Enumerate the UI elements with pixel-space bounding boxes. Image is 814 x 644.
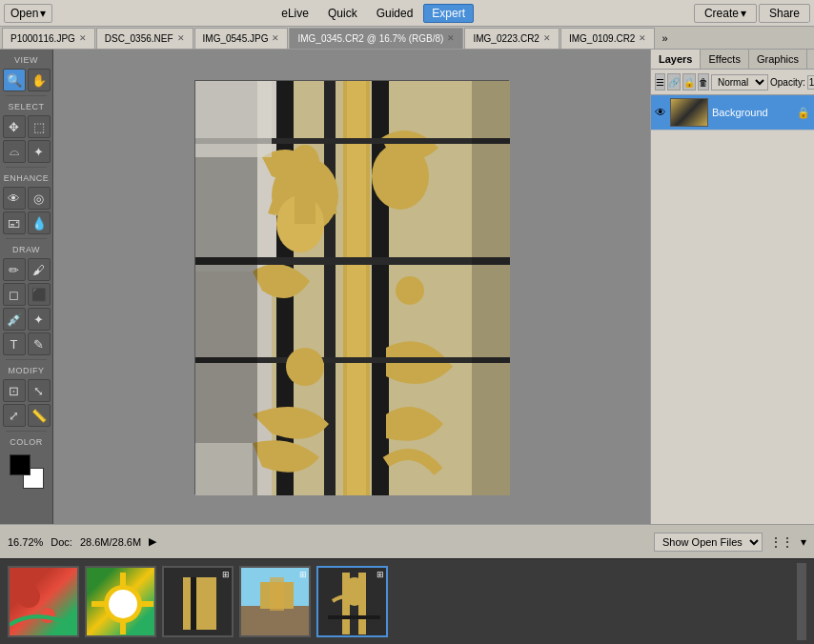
thumbnail-1[interactable] [8,566,79,637]
left-toolbar: VIEW 🔍 ✋ SELECT ✥ ⬚ ⌓ ✦ ENHANCE 👁 ◎ 🖃 💧 … [0,50,53,524]
thumbnail-2[interactable] [85,566,156,637]
impressionist-tool[interactable]: 🖌 [28,258,51,281]
photo-bin-scrollbar[interactable] [797,563,806,640]
draw-tools-4: T ✎ [2,332,51,355]
tab-img0345[interactable]: IMG_0345.CR2 @ 16.7% (RGB/8) ✕ [289,28,463,49]
expand-button[interactable]: ▾ [801,535,806,549]
tab-layers[interactable]: Layers [651,50,701,69]
tab-graphics[interactable]: Graphics [749,50,807,69]
tab-close-icon[interactable]: ✕ [79,33,87,43]
mode-elive[interactable]: eLive [273,4,317,23]
tab-overflow-button[interactable]: » [656,30,673,46]
create-label: Create [704,7,739,20]
spot-heal-tool[interactable]: ◎ [28,187,51,210]
doc-label: Doc: [51,536,72,548]
tab-label: P1000116.JPG [10,33,75,44]
zoom-tool[interactable]: 🔍 [3,69,26,91]
grid-button[interactable]: ⋮⋮ [770,535,793,549]
open-button[interactable]: Open ▾ [4,4,52,23]
panel-tabs: Layers Effects Graphics Favorites [651,50,814,70]
thumb-badge-icon: ⊞ [299,570,307,579]
tab-dsc0356[interactable]: DSC_0356.NEF ✕ [96,28,193,49]
blur-tool[interactable]: 💧 [28,211,51,234]
tab-close-icon[interactable]: ✕ [639,33,646,43]
svg-rect-12 [295,176,315,224]
top-bar: Open ▾ eLive Quick Guided Expert Create … [0,0,814,27]
svg-point-27 [109,590,137,618]
status-arrow-button[interactable]: ▶ [149,535,156,548]
svg-rect-34 [191,577,196,630]
status-bar: 16.72% Doc: 28.6M/28.6M ▶ Show Open File… [0,524,814,558]
share-button[interactable]: Share [759,4,810,23]
foreground-color-box[interactable] [10,454,31,475]
svg-point-18 [396,276,424,305]
layer-controls: ☰ 🔗 🔒 🗑 Normal Multiply Screen Opacity: … [651,70,814,95]
eyedropper-tool[interactable]: 💉 [3,308,26,331]
svg-rect-28 [120,573,126,587]
svg-point-17 [286,348,324,386]
svg-point-42 [343,577,366,606]
tab-favorites[interactable]: Favorites [807,50,814,69]
mode-expert[interactable]: Expert [423,4,474,23]
eye-tool[interactable]: 👁 [3,187,26,210]
tab-close-icon[interactable]: ✕ [447,33,455,43]
share-label: Share [769,7,800,20]
view-select[interactable]: Show Open Files [654,533,763,552]
thumbnail-3[interactable]: ⊞ [162,566,234,637]
delete-layer-button[interactable]: 🗑 [698,73,709,91]
tab-label: IMG_0345.CR2 @ 16.7% (RGB/8) [297,33,443,44]
paint-bucket-tool[interactable]: ⬛ [28,283,51,306]
clone-tool[interactable]: 🖃 [3,211,26,234]
lasso-tool[interactable]: ⌓ [3,140,26,163]
tab-img0223[interactable]: IMG_0223.CR2 ✕ [464,28,559,49]
thumbnail-5[interactable]: ⊞ [316,566,388,637]
zoom-level: 16.72% [8,536,43,548]
mode-guided[interactable]: Guided [368,4,422,23]
brush-tool[interactable]: ✏ [3,258,26,281]
default-colors-icon[interactable]: ↺ [807,19,814,28]
smart-brush-tool[interactable]: ✦ [28,308,51,331]
tab-img0109[interactable]: IMG_0109.CR2 ✕ [560,28,655,49]
opacity-label: Opacity: [770,77,805,88]
marquee-tool[interactable]: ⬚ [28,115,51,138]
photo-bin: ⊞ ⊞ ⊞ [0,558,814,644]
crop-tool[interactable]: ⊡ [3,379,26,402]
layer-visibility-icon[interactable]: 👁 [655,106,666,119]
quick-select-tool[interactable]: ✦ [28,140,51,163]
layer-background[interactable]: 👁 Background 🔒 [651,95,814,131]
thumbnail-4[interactable]: ⊞ [239,566,311,637]
opacity-value: 100% [807,75,814,90]
view-tools: 🔍 ✋ [2,69,51,91]
text-tool[interactable]: T [3,332,26,355]
draw-tools-2: ◻ ⬛ [2,283,51,306]
svg-rect-29 [120,620,126,634]
enhance-section-label: ENHANCE [2,171,51,185]
divider-4 [6,359,47,360]
new-layer-button[interactable]: ☰ [655,73,665,91]
blend-mode-select[interactable]: Normal Multiply Screen [711,74,768,91]
tab-close-icon[interactable]: ✕ [177,33,185,43]
main-area: VIEW 🔍 ✋ SELECT ✥ ⬚ ⌓ ✦ ENHANCE 👁 ◎ 🖃 💧 … [0,50,814,524]
recompose-tool[interactable]: ⤢ [3,404,26,427]
lock-button[interactable]: 🔒 [682,73,696,91]
pencil-tool[interactable]: ✎ [28,332,51,355]
eraser-tool[interactable]: ◻ [3,283,26,306]
create-button[interactable]: Create ▾ [694,4,757,23]
tab-close-icon[interactable]: ✕ [543,33,551,43]
mode-quick[interactable]: Quick [319,4,366,23]
move-tool[interactable]: ✥ [3,115,26,138]
svg-rect-31 [139,601,153,607]
tab-close-icon[interactable]: ✕ [272,33,279,43]
divider-3 [6,238,47,239]
link-layers-button[interactable]: 🔗 [667,73,681,91]
tab-effects[interactable]: Effects [701,50,748,69]
svg-rect-20 [472,81,510,495]
ruler-tool[interactable]: 📏 [28,404,51,427]
transform-tool[interactable]: ⤡ [28,379,51,402]
tab-p1000116[interactable]: P1000116.JPG ✕ [2,28,95,49]
thumb-badge-icon: ⊞ [222,570,230,579]
svg-rect-30 [92,601,106,607]
tab-img0545[interactable]: IMG_0545.JPG ✕ [194,28,289,49]
hand-tool[interactable]: ✋ [28,69,51,91]
draw-section-label: DRAW [2,243,51,256]
